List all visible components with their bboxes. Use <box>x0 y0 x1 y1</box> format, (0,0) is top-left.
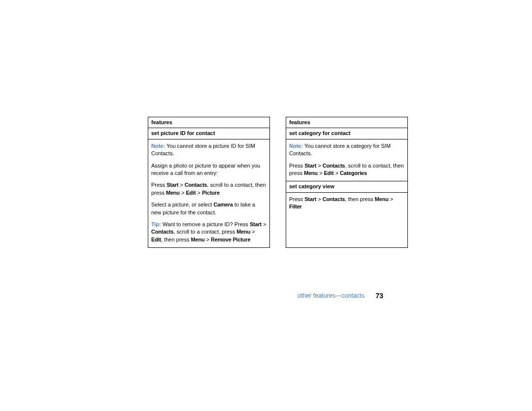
table-header-left: features <box>148 117 269 128</box>
press-path-paragraph: Press Start > Contacts, scroll to a cont… <box>151 181 266 197</box>
subheader-picture-id: set picture ID for contact <box>148 128 269 139</box>
kw-contacts: Contacts <box>185 182 207 188</box>
kw-menu-3: Menu <box>191 237 205 242</box>
kw-edit: Edit <box>186 190 196 196</box>
tip-paragraph: Tip: Want to remove a picture ID? Press … <box>151 221 266 243</box>
table-header-right: features <box>286 117 407 128</box>
note-text-right: You cannot store a category for SIM Cont… <box>289 143 391 156</box>
kw-menu-2: Menu <box>236 229 250 235</box>
kw-filter: Filter <box>289 204 302 209</box>
kw-remove-picture: Remove Picture <box>211 237 250 242</box>
kw-start-2: Start <box>250 221 262 227</box>
select-paragraph: Select a picture, or select Camera to ta… <box>151 201 266 216</box>
note-text: You cannot store a picture ID for SIM Co… <box>151 143 255 156</box>
page: features set picture ID for contact Note… <box>0 0 532 411</box>
kw-start: Start <box>166 182 178 188</box>
feature-table-left: features set picture ID for contact Note… <box>148 117 270 248</box>
note-label: Note: <box>151 143 165 149</box>
kw-contacts-2: Contacts <box>151 229 173 235</box>
table-body-right-2: Press Start > Contacts, then press Menu … <box>286 193 407 215</box>
note-label-right: Note: <box>289 143 303 149</box>
tip-label: Tip: <box>151 221 161 227</box>
kw-contacts-r2: Contacts <box>323 196 345 202</box>
kw-edit-2: Edit <box>151 237 161 242</box>
note-paragraph-right: Note: You cannot store a category for SI… <box>289 142 404 158</box>
table-body-left: Note: You cannot store a picture ID for … <box>148 139 269 247</box>
footer-page-number: 73 <box>375 292 383 300</box>
kw-start-r: Start <box>304 163 316 169</box>
press-path-right-2: Press Start > Contacts, then press Menu … <box>289 196 404 211</box>
kw-camera: Camera <box>214 202 233 207</box>
table-body-right-1: Note: You cannot store a category for SI… <box>286 139 407 181</box>
kw-menu-r: Menu <box>304 170 318 176</box>
kw-categories: Categories <box>340 170 367 176</box>
kw-edit-r: Edit <box>324 170 333 176</box>
subheader-set-category: set category for contact <box>286 128 407 139</box>
feature-table-right: features set category for contact Note: … <box>286 117 408 248</box>
kw-start-r2: Start <box>304 196 316 202</box>
subheader-category-view: set category view <box>286 181 407 192</box>
footer-section-label: other features—contacts <box>298 292 365 299</box>
assign-paragraph: Assign a photo or picture to appear when… <box>151 162 266 177</box>
kw-menu: Menu <box>166 190 180 196</box>
note-paragraph: Note: You cannot store a picture ID for … <box>151 142 266 158</box>
kw-menu-r2: Menu <box>375 196 389 202</box>
kw-contacts-r: Contacts <box>323 163 345 169</box>
content-columns: features set picture ID for contact Note… <box>148 117 408 248</box>
page-footer: other features—contacts 73 <box>0 291 532 300</box>
kw-picture: Picture <box>202 190 220 196</box>
press-path-right: Press Start > Contacts, scroll to a cont… <box>289 162 404 177</box>
